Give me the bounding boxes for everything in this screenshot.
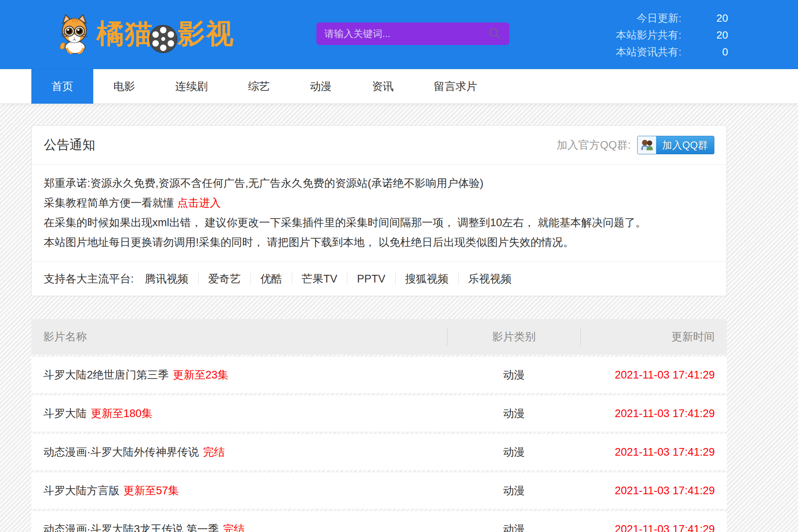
movie-update-time: 2021-11-03 17:41:29 (581, 523, 727, 532)
movie-update-time: 2021-11-03 17:41:29 (581, 446, 727, 458)
movie-title[interactable]: 斗罗大陆2绝世唐门第三季 (43, 369, 169, 381)
movie-remark: 完结 (203, 446, 225, 458)
nav-item-anime[interactable]: 动漫 (290, 69, 352, 104)
logo-text-left: 橘猫 (96, 16, 154, 52)
platform-letv[interactable]: 乐视视频 (458, 273, 521, 285)
nav-item-variety[interactable]: 综艺 (228, 69, 290, 104)
platforms-bar: 支持各大主流平台: 腾讯视频 爱奇艺 优酷 芒果TV PPTV 搜狐视频 乐视视… (32, 261, 726, 296)
table-row[interactable]: 斗罗大陆更新至180集 动漫 2021-11-03 17:41:29 (31, 395, 727, 432)
movie-table-header: 影片名称 影片类别 更新时间 (31, 319, 727, 354)
platform-mgtv[interactable]: 芒果TV (292, 273, 347, 285)
stat-row-news: 本站资讯共有: 0 (616, 43, 728, 60)
announcement-line: 郑重承诺:资源永久免费,资源不含任何广告,无广告永久免费的资源站(承诺绝不影响用… (44, 174, 714, 193)
join-qq-group-button[interactable]: 加入QQ群 (637, 136, 714, 154)
announcement-body: 郑重承诺:资源永久免费,资源不含任何广告,无广告永久免费的资源站(承诺绝不影响用… (32, 165, 726, 261)
table-row[interactable]: 动态漫画·斗罗大陆3龙王传说 第一季完结 动漫 2021-11-03 17:41… (31, 511, 727, 532)
movie-title[interactable]: 动态漫画·斗罗大陆3龙王传说 第一季 (43, 523, 219, 532)
stat-value: 20 (681, 29, 728, 41)
movie-title-cell: 斗罗大陆更新至180集 (31, 406, 447, 421)
stat-value: 20 (681, 12, 728, 25)
movie-remark: 更新至57集 (123, 485, 179, 497)
announcement-line-text: 采集教程简单方便一看就懂 (44, 197, 174, 209)
stat-label: 本站影片共有: (616, 28, 681, 42)
stat-label: 今日更新: (637, 11, 681, 25)
main-nav: 首页 电影 连续剧 综艺 动漫 资讯 留言求片 (0, 69, 798, 104)
column-header-category: 影片类别 (447, 328, 581, 346)
qq-join-label: 加入官方QQ群: (557, 138, 631, 152)
movie-title-cell: 动态漫画·斗罗大陆3龙王传说 第一季完结 (31, 522, 447, 532)
announcement-header: 公告通知 加入官方QQ群: 加入QQ群 (32, 126, 726, 165)
nav-item-series[interactable]: 连续剧 (155, 69, 228, 104)
search-input[interactable] (316, 23, 488, 45)
qq-button-label: 加入QQ群 (656, 139, 714, 152)
stat-row-movies: 本站影片共有: 20 (616, 27, 728, 43)
film-reel-icon (149, 25, 178, 53)
click-enter-link[interactable]: 点击进入 (177, 197, 221, 209)
announcement-line: 在采集的时候如果出现xml出错， 建议你更改一下采集插件里的采集时间间隔那一项，… (44, 213, 714, 233)
logo-text-right: 影视 (178, 16, 235, 52)
site-header: 橘猫 影视 今日更新: 20 本站影片共有: (0, 0, 798, 69)
movie-remark: 更新至180集 (91, 407, 152, 419)
nav-item-home[interactable]: 首页 (31, 69, 93, 104)
page-container: 公告通知 加入官方QQ群: 加入QQ群 (31, 125, 727, 532)
movie-title-cell: 斗罗大陆2绝世唐门第三季更新至23集 (31, 368, 447, 382)
movie-title[interactable]: 斗罗大陆 (43, 407, 87, 419)
movie-update-time: 2021-11-03 17:41:29 (581, 485, 727, 497)
movie-update-time: 2021-11-03 17:41:29 (581, 407, 727, 420)
platform-sohu[interactable]: 搜狐视频 (395, 273, 458, 285)
table-row[interactable]: 斗罗大陆2绝世唐门第三季更新至23集 动漫 2021-11-03 17:41:2… (31, 357, 727, 393)
movie-category: 动漫 (447, 406, 581, 421)
site-logo[interactable]: 橘猫 影视 (55, 14, 235, 54)
movie-title[interactable]: 斗罗大陆方言版 (43, 485, 119, 497)
announcement-title: 公告通知 (44, 136, 95, 154)
platform-tencent[interactable]: 腾讯视频 (135, 273, 198, 285)
announcement-card: 公告通知 加入官方QQ群: 加入QQ群 (31, 125, 727, 296)
search-box (316, 23, 509, 45)
movie-remark: 更新至23集 (173, 369, 228, 381)
platform-pptv[interactable]: PPTV (347, 273, 395, 285)
column-header-time: 更新时间 (581, 329, 727, 344)
movie-category: 动漫 (447, 368, 581, 382)
table-row[interactable]: 动态漫画·斗罗大陆外传神界传说完结 动漫 2021-11-03 17:41:29 (31, 434, 727, 470)
nav-item-request[interactable]: 留言求片 (414, 69, 497, 104)
platform-iqiyi[interactable]: 爱奇艺 (198, 273, 250, 285)
search-icon[interactable] (488, 27, 501, 40)
qq-group-icon (638, 136, 656, 154)
announcement-line: 本站图片地址每日更换请勿调用!采集的同时， 请把图片下载到本地， 以免杜绝日后出… (44, 233, 714, 252)
site-stats: 今日更新: 20 本站影片共有: 20 本站资讯共有: 0 (616, 10, 728, 60)
column-header-name: 影片名称 (31, 329, 447, 344)
nav-item-news[interactable]: 资讯 (352, 69, 414, 104)
cat-logo-icon (55, 14, 93, 54)
movie-title-cell: 动态漫画·斗罗大陆外传神界传说完结 (31, 445, 447, 459)
movie-title[interactable]: 动态漫画·斗罗大陆外传神界传说 (43, 446, 199, 458)
movie-remark: 完结 (223, 523, 245, 532)
movie-category: 动漫 (447, 483, 581, 498)
nav-item-movies[interactable]: 电影 (93, 69, 155, 104)
movie-update-time: 2021-11-03 17:41:29 (581, 369, 727, 381)
stat-row-today: 今日更新: 20 (616, 10, 728, 27)
stat-value: 0 (681, 46, 728, 58)
movie-title-cell: 斗罗大陆方言版更新至57集 (31, 483, 447, 498)
table-row[interactable]: 斗罗大陆方言版更新至57集 动漫 2021-11-03 17:41:29 (31, 473, 727, 509)
nav-list: 首页 电影 连续剧 综艺 动漫 资讯 留言求片 (31, 69, 798, 104)
stat-label: 本站资讯共有: (616, 45, 681, 59)
movie-category: 动漫 (447, 522, 581, 532)
qq-join-area: 加入官方QQ群: 加入QQ群 (557, 136, 714, 154)
platforms-label: 支持各大主流平台: (44, 272, 134, 286)
platform-youku[interactable]: 优酷 (250, 273, 292, 285)
announcement-line: 采集教程简单方便一看就懂点击进入 (44, 193, 714, 213)
movie-category: 动漫 (447, 445, 581, 459)
